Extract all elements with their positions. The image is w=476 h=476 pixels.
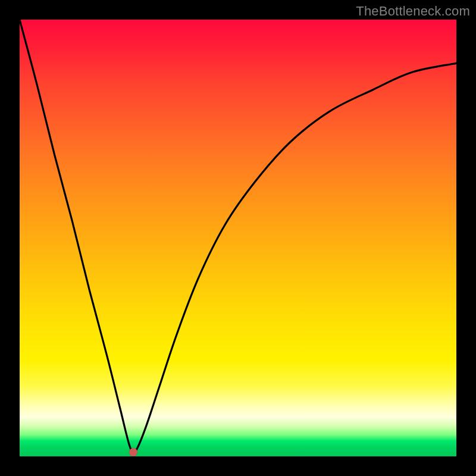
optimum-marker — [129, 448, 137, 456]
plot-area — [20, 20, 456, 456]
chart-frame: TheBottleneck.com — [0, 0, 476, 476]
watermark-text: TheBottleneck.com — [356, 4, 470, 19]
bottleneck-curve — [20, 20, 456, 456]
